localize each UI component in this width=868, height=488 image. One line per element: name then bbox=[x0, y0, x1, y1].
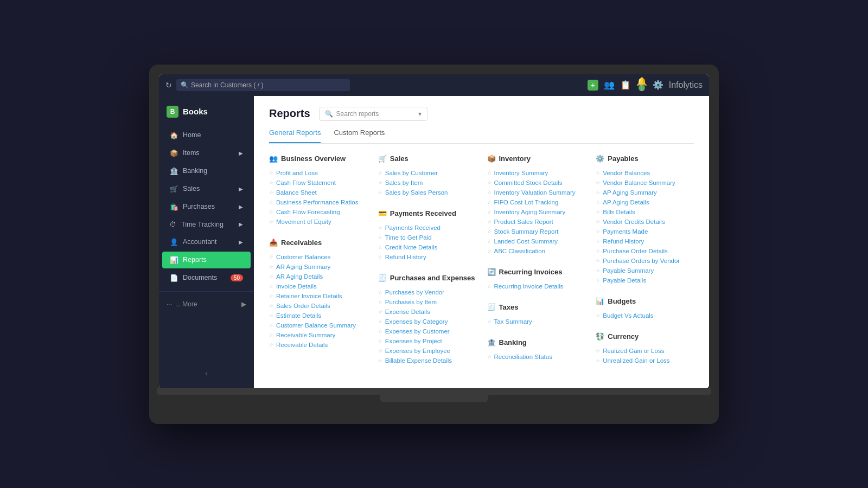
link-icon: ☆ bbox=[487, 180, 492, 185]
link-payable-details[interactable]: ☆ Payable Details bbox=[596, 275, 694, 285]
tab-custom-reports[interactable]: Custom Reports bbox=[334, 129, 385, 143]
link-realized-gain-loss[interactable]: ☆ Realized Gain or Loss bbox=[596, 346, 694, 356]
link-vendor-balance-summary[interactable]: ☆ Vendor Balance Summary bbox=[596, 178, 694, 188]
link-unrealized-gain-loss[interactable]: ☆ Unrealized Gain or Loss bbox=[596, 356, 694, 365]
link-purchase-order-details[interactable]: ☆ Purchase Order Details bbox=[596, 246, 694, 256]
link-balance-sheet[interactable]: ☆ Balance Sheet bbox=[269, 188, 367, 197]
sidebar-item-home[interactable]: 🏠 Home bbox=[162, 127, 251, 144]
link-payments-received[interactable]: ☆ Payments Received bbox=[378, 223, 476, 233]
link-cash-flow-forecasting[interactable]: ☆ Cash Flow Forecasting bbox=[269, 207, 367, 217]
documents-icon[interactable]: 📋 bbox=[620, 80, 631, 90]
link-committed-stock[interactable]: ☆ Committed Stock Details bbox=[487, 178, 585, 188]
link-cash-flow-statement[interactable]: ☆ Cash Flow Statement bbox=[269, 178, 367, 188]
link-business-performance[interactable]: ☆ Business Performance Ratios bbox=[269, 197, 367, 207]
recurring-icon: 🔄 bbox=[487, 268, 496, 276]
link-budget-vs-actuals[interactable]: ☆ Budget Vs Actuals bbox=[596, 311, 694, 320]
sales-icon: 🛒 bbox=[170, 185, 178, 193]
sidebar-documents-label: Documents bbox=[183, 274, 217, 281]
link-payments-made[interactable]: ☆ Payments Made bbox=[596, 227, 694, 236]
link-invoice-details[interactable]: ☆ Invoice Details bbox=[269, 281, 367, 291]
link-purchases-by-item[interactable]: ☆ Purchases by Item bbox=[378, 297, 476, 307]
link-reconciliation-status[interactable]: ☆ Reconciliation Status bbox=[487, 352, 585, 362]
sidebar-item-time-tracking[interactable]: ⏱ Time Tracking ▶ bbox=[162, 216, 251, 233]
link-sales-by-item[interactable]: ☆ Sales by Item bbox=[378, 178, 476, 188]
sidebar-item-accountant[interactable]: 👤 Accountant ▶ bbox=[162, 234, 251, 251]
link-expenses-by-customer[interactable]: ☆ Expenses by Customer bbox=[378, 326, 476, 336]
link-receivable-summary[interactable]: ☆ Receivable Summary bbox=[269, 330, 367, 340]
link-icon: ☆ bbox=[596, 239, 600, 244]
link-customer-balances[interactable]: ☆ Customer Balances bbox=[269, 252, 367, 262]
link-stock-summary[interactable]: ☆ Stock Summary Report bbox=[487, 227, 585, 236]
sidebar-item-purchases[interactable]: 🛍️ Purchases ▶ bbox=[162, 198, 251, 215]
main-content: Reports 🔍 Search reports ▾ General Repor… bbox=[254, 96, 709, 388]
link-expenses-by-category[interactable]: ☆ Expenses by Category bbox=[378, 317, 476, 326]
page-header: Reports 🔍 Search reports ▾ bbox=[269, 107, 694, 121]
sidebar-accountant-label: Accountant bbox=[183, 238, 217, 246]
link-retainer-invoice[interactable]: ☆ Retainer Invoice Details bbox=[269, 291, 367, 301]
sidebar-purchases-label: Purchases bbox=[183, 203, 215, 210]
link-payments-refund-history[interactable]: ☆ Refund History bbox=[378, 252, 476, 262]
link-profit-loss[interactable]: ☆ Profit and Loss bbox=[269, 168, 367, 178]
link-product-sales[interactable]: ☆ Product Sales Report bbox=[487, 217, 585, 227]
link-sales-by-person[interactable]: ☆ Sales by Sales Person bbox=[378, 188, 476, 197]
link-icon: ☆ bbox=[596, 200, 600, 205]
link-icon: ☆ bbox=[378, 309, 382, 314]
link-landed-cost[interactable]: ☆ Landed Cost Summary bbox=[487, 236, 585, 246]
link-icon: ☆ bbox=[378, 254, 382, 260]
settings-icon[interactable]: ⚙️ bbox=[653, 80, 663, 90]
time-tracking-icon: ⏱ bbox=[170, 221, 177, 228]
contacts-icon[interactable]: 👥 bbox=[604, 80, 615, 90]
link-sales-order-details[interactable]: ☆ Sales Order Details bbox=[269, 301, 367, 311]
notifications-icon[interactable]: 🔔 1 bbox=[636, 76, 647, 93]
link-purchase-orders-by-vendor[interactable]: ☆ Purchase Orders by Vendor bbox=[596, 256, 694, 266]
sidebar-item-items[interactable]: 📦 Items ▶ bbox=[162, 145, 251, 162]
link-bills-details[interactable]: ☆ Bills Details bbox=[596, 207, 694, 217]
add-button[interactable]: + bbox=[588, 80, 598, 91]
link-time-to-get-paid[interactable]: ☆ Time to Get Paid bbox=[378, 233, 476, 242]
link-customer-balance-summary[interactable]: ☆ Customer Balance Summary bbox=[269, 320, 367, 330]
link-estimate-details[interactable]: ☆ Estimate Details bbox=[269, 311, 367, 320]
link-abc-classification[interactable]: ☆ ABC Classification bbox=[487, 246, 585, 256]
link-expense-details[interactable]: ☆ Expense Details bbox=[378, 307, 476, 317]
link-inventory-summary[interactable]: ☆ Inventory Summary bbox=[487, 168, 585, 178]
link-credit-note-details[interactable]: ☆ Credit Note Details bbox=[378, 242, 476, 252]
link-movement-equity[interactable]: ☆ Movement of Equity bbox=[269, 217, 367, 227]
sidebar-item-sales[interactable]: 🛒 Sales ▶ bbox=[162, 181, 251, 197]
purchases-expenses-icon: 🧾 bbox=[378, 274, 387, 282]
link-expenses-by-project[interactable]: ☆ Expenses by Project bbox=[378, 336, 476, 346]
link-inventory-valuation[interactable]: ☆ Inventory Valuation Summary bbox=[487, 188, 585, 197]
link-ar-aging-summary[interactable]: ☆ AR Aging Summary bbox=[269, 262, 367, 272]
link-recurring-invoice-details[interactable]: ☆ Recurring Invoice Details bbox=[487, 281, 585, 291]
link-ar-aging-details[interactable]: ☆ AR Aging Details bbox=[269, 272, 367, 281]
link-ap-aging-details[interactable]: ☆ AP Aging Details bbox=[596, 197, 694, 207]
link-fifo-cost[interactable]: ☆ FIFO Cost Lot Tracking bbox=[487, 197, 585, 207]
link-icon: ☆ bbox=[269, 342, 273, 348]
link-payable-summary[interactable]: ☆ Payable Summary bbox=[596, 266, 694, 275]
sidebar-collapse-button[interactable]: ‹ bbox=[159, 363, 254, 383]
sidebar-item-documents[interactable]: 📄 Documents 50 bbox=[162, 269, 251, 286]
link-receivable-details[interactable]: ☆ Receivable Details bbox=[269, 340, 367, 350]
sidebar-more[interactable]: ··· ... More ▶ bbox=[159, 296, 254, 312]
tab-general-reports[interactable]: General Reports bbox=[269, 129, 321, 143]
link-icon: ☆ bbox=[269, 274, 273, 279]
link-expenses-by-employee[interactable]: ☆ Expenses by Employee bbox=[378, 346, 476, 356]
search-reports-input[interactable]: 🔍 Search reports ▾ bbox=[319, 107, 427, 121]
link-payables-refund-history[interactable]: ☆ Refund History bbox=[596, 236, 694, 246]
link-inventory-aging[interactable]: ☆ Inventory Aging Summary bbox=[487, 207, 585, 217]
link-billable-expense-details[interactable]: ☆ Billable Expense Details bbox=[378, 356, 476, 365]
accountant-icon: 👤 bbox=[170, 238, 178, 246]
reload-icon[interactable]: ↻ bbox=[165, 81, 172, 89]
section-purchases-expenses: 🧾 Purchases and Expenses ☆ Purchases by … bbox=[378, 274, 476, 365]
link-purchases-by-vendor[interactable]: ☆ Purchases by Vendor bbox=[378, 287, 476, 297]
link-icon: ☆ bbox=[487, 219, 492, 224]
sidebar-item-banking[interactable]: 🏦 Banking bbox=[162, 163, 251, 179]
link-sales-by-customer[interactable]: ☆ Sales by Customer bbox=[378, 168, 476, 178]
link-icon: ☆ bbox=[269, 254, 273, 260]
global-search[interactable]: 🔍 Search in Customers ( / ) bbox=[176, 79, 350, 91]
link-ap-aging-summary[interactable]: ☆ AP Aging Summary bbox=[596, 188, 694, 197]
sidebar-item-reports[interactable]: 📊 Reports bbox=[162, 252, 251, 268]
link-vendor-credits-details[interactable]: ☆ Vendor Credits Details bbox=[596, 217, 694, 227]
link-vendor-balances[interactable]: ☆ Vendor Balances bbox=[596, 168, 694, 178]
link-icon: ☆ bbox=[378, 170, 382, 176]
link-tax-summary[interactable]: ☆ Tax Summary bbox=[487, 317, 585, 326]
